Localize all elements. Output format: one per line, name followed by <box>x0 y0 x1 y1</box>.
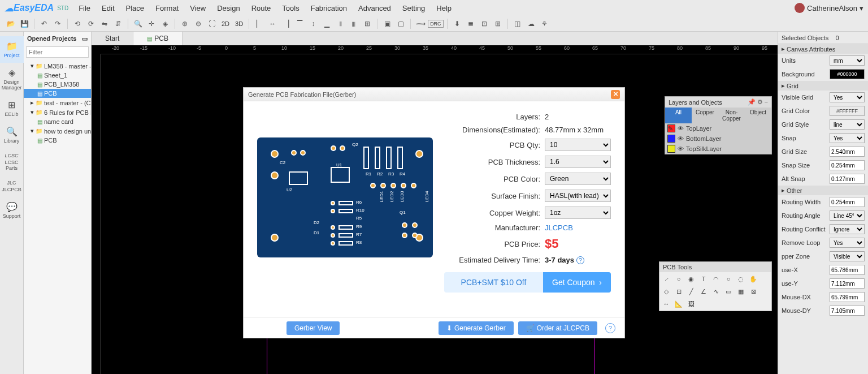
fit-icon[interactable]: ⛶ <box>206 18 218 30</box>
units-select[interactable]: mm <box>830 55 865 66</box>
menu-edit[interactable]: Edit <box>96 4 120 12</box>
thickness-select[interactable]: 1.6 <box>545 156 611 168</box>
mouse-dy-input[interactable] <box>830 306 865 316</box>
dim-tool-icon[interactable]: ↔ <box>661 299 671 309</box>
tree-item[interactable]: ▤name card <box>24 117 91 126</box>
cloud-icon[interactable]: ☁ <box>525 18 537 30</box>
section-grid[interactable]: ▸Grid <box>778 81 868 91</box>
tree-item[interactable]: ▤Sheet_1 <box>24 71 91 80</box>
user-area[interactable]: CatherineAlson ▾ <box>795 3 863 13</box>
copper-tool-icon[interactable]: ▦ <box>736 286 746 296</box>
modal-titlebar[interactable]: Generate PCB Fabrication File(Gerber) ✕ <box>244 88 624 101</box>
filter-input[interactable] <box>26 46 89 58</box>
align-grid-icon[interactable]: ⊞ <box>361 18 374 30</box>
save-icon[interactable]: 💾 <box>18 18 31 30</box>
remove-loop-select[interactable]: Yes <box>830 238 865 248</box>
routing-conflict-select[interactable]: Ignore <box>830 224 865 234</box>
flip-h-icon[interactable]: ⇋ <box>98 18 111 30</box>
sidebar-item-jlcpcb[interactable]: JLCJLCPCB <box>0 175 24 197</box>
layers-tab-all[interactable]: All <box>665 108 692 123</box>
tree-item[interactable]: ▤PCB_LM358 <box>24 80 91 89</box>
tab-pcb[interactable]: ▤PCB <box>133 32 183 45</box>
eye-icon[interactable]: 👁 <box>678 135 684 142</box>
projects-folder-icon[interactable]: ▭ <box>82 35 88 42</box>
manufacturer-link[interactable]: JLCPCB <box>545 223 573 232</box>
menu-tools[interactable]: Tools <box>276 4 305 12</box>
grid-size-input[interactable] <box>830 147 865 157</box>
sidebar-item-support[interactable]: 💬Support <box>0 197 24 223</box>
gerber-view-button[interactable]: Gerber View <box>287 321 340 335</box>
undo-icon[interactable]: ↶ <box>38 18 50 30</box>
gerber-icon[interactable]: ⊡ <box>478 18 491 30</box>
menu-design[interactable]: Design <box>211 4 245 12</box>
measure-tool-icon[interactable]: 📐 <box>674 299 684 309</box>
image-tool-icon[interactable]: 🖼 <box>686 299 696 309</box>
menu-fabrication[interactable]: Fabrication <box>305 4 353 12</box>
dist-v-icon[interactable]: ⫼ <box>348 18 360 30</box>
route-icon[interactable]: ⟿ <box>414 18 427 30</box>
section-canvas-attributes[interactable]: ▸Canvas Attributes <box>778 44 868 54</box>
sidebar-item-design-manager[interactable]: ◈Design Manager <box>0 63 24 95</box>
zoom-in-icon[interactable]: ⊕ <box>179 18 191 30</box>
bom-icon[interactable]: ≣ <box>465 18 477 30</box>
hole-tool-icon[interactable]: ◌ <box>736 274 746 284</box>
menu-view[interactable]: View <box>184 4 211 12</box>
crosshair-icon[interactable]: ✛ <box>145 18 158 30</box>
tool-icon[interactable]: ⊡ <box>674 286 684 296</box>
section-other[interactable]: ▸Other <box>778 186 868 195</box>
curve-tool-icon[interactable]: ∿ <box>711 286 721 296</box>
redo-icon[interactable]: ↷ <box>51 18 64 30</box>
pcb-color-select[interactable]: Green <box>545 173 611 185</box>
eye-icon[interactable]: 👁 <box>678 125 684 132</box>
sidebar-item-eelib[interactable]: ⊞EELib <box>0 95 24 122</box>
drc-button[interactable]: DRC <box>428 20 444 28</box>
sidebar-item-project[interactable]: 📁Project <box>0 36 24 63</box>
pad-tool-icon[interactable]: ○ <box>674 274 684 284</box>
view-2d[interactable]: 2D <box>219 20 232 27</box>
cam-icon[interactable]: ◫ <box>511 18 524 30</box>
track-tool-icon[interactable]: ⟋ <box>661 274 671 284</box>
eye-icon[interactable]: 👁 <box>678 145 684 152</box>
share-icon[interactable]: ⚘ <box>539 18 551 30</box>
tree-item[interactable]: ▾📁6 Rules for PCB Rou <box>24 108 91 117</box>
menu-setting[interactable]: Setting <box>397 4 431 12</box>
menu-advanced[interactable]: Advanced <box>353 4 397 12</box>
layers-tab-noncopper[interactable]: Non-Copper <box>718 108 745 123</box>
gear-icon[interactable]: ⚙ <box>757 98 763 106</box>
qty-select[interactable]: 10 <box>545 139 611 151</box>
tab-start[interactable]: Start <box>92 32 133 45</box>
bg-color[interactable]: #000000 <box>830 69 865 79</box>
tree-item[interactable]: ▸📁test - master - (Cathe <box>24 98 91 108</box>
layers-icon[interactable]: ◈ <box>159 18 171 30</box>
routing-angle-select[interactable]: Line 45° <box>830 210 865 221</box>
generate-gerber-button[interactable]: ⬇Generate Gerber <box>439 321 514 335</box>
mouse-x-input[interactable] <box>830 265 865 275</box>
mouse-dx-input[interactable] <box>830 292 865 302</box>
help-icon[interactable]: ? <box>605 323 615 333</box>
layers-tab-object[interactable]: Object <box>745 108 771 123</box>
alt-snap-input[interactable] <box>830 174 865 184</box>
layers-panel-title[interactable]: Layers and Objects 📌⚙− <box>665 97 771 108</box>
move-tool-icon[interactable]: ✋ <box>748 274 758 284</box>
circle-tool-icon[interactable]: ○ <box>723 274 734 284</box>
zoom-out-icon[interactable]: ⊖ <box>192 18 205 30</box>
snap-size-input[interactable] <box>830 160 865 170</box>
order-jlcpcb-button[interactable]: 🛒Order at JLCPCB <box>518 321 597 335</box>
region-tool-icon[interactable]: ◇ <box>661 286 671 296</box>
minimize-icon[interactable]: − <box>765 98 768 106</box>
menu-route[interactable]: Route <box>246 4 277 12</box>
pcb-tools-title[interactable]: PCB Tools <box>659 262 771 272</box>
pin-icon[interactable]: 📌 <box>748 98 756 106</box>
search-icon[interactable]: 🔍 <box>132 18 144 30</box>
rotate-right-icon[interactable]: ⟳ <box>85 18 97 30</box>
grid-color[interactable]: #FFFFFF <box>830 106 865 116</box>
arc-tool-icon[interactable]: ◠ <box>711 274 721 284</box>
text-tool-icon[interactable]: T <box>698 274 709 284</box>
snap-select[interactable]: Yes <box>830 133 865 143</box>
visible-grid-select[interactable]: Yes <box>830 92 865 102</box>
ungroup-icon[interactable]: ▢ <box>394 18 407 30</box>
grid-style-select[interactable]: line <box>830 119 865 130</box>
flip-v-icon[interactable]: ⇵ <box>112 18 124 30</box>
angle-tool-icon[interactable]: ∠ <box>698 286 709 296</box>
tree-item[interactable]: ▤PCB <box>24 136 91 145</box>
